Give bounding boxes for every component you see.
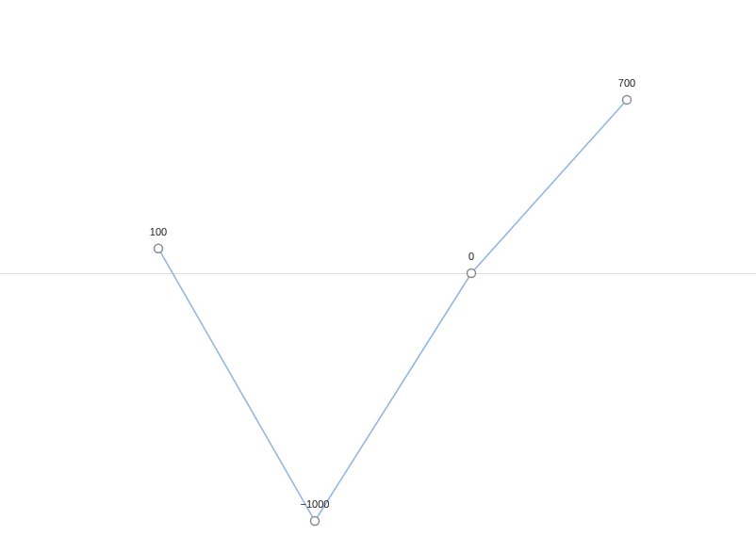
chart-container: 100−10000700 <box>0 0 756 553</box>
data-label-1: −1000 <box>301 498 330 510</box>
data-point-2 <box>468 269 476 278</box>
line-chart <box>0 0 756 553</box>
data-points-group <box>155 95 632 525</box>
series-line <box>158 100 627 521</box>
data-point-0 <box>155 244 163 252</box>
data-label-3: 700 <box>618 77 635 89</box>
data-point-3 <box>623 95 632 104</box>
data-point-1 <box>311 517 320 526</box>
data-label-2: 0 <box>468 251 474 262</box>
data-label-0: 100 <box>150 226 167 237</box>
